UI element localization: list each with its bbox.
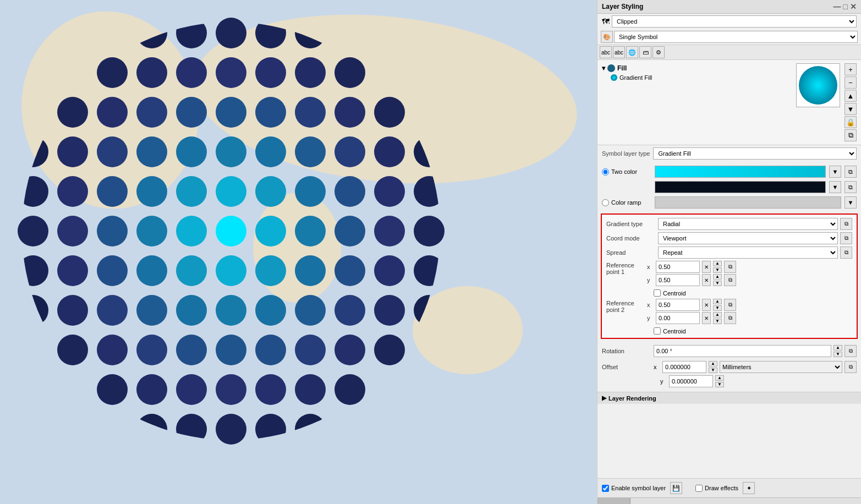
ref2-y-copy-btn[interactable]: ⧉ xyxy=(724,312,736,324)
ref2-y-input[interactable] xyxy=(656,312,700,324)
spread-copy-btn[interactable]: ⧉ xyxy=(840,246,852,259)
rotation-up[interactable]: ▲ xyxy=(833,345,842,350)
color-ramp-label: Color ramp xyxy=(611,199,641,206)
two-color-radio-label[interactable]: Two color xyxy=(602,168,651,176)
color2-copy-btn[interactable]: ⧉ xyxy=(844,181,857,193)
maximize-btn[interactable]: □ xyxy=(843,2,848,11)
offset-copy-btn[interactable]: ⧉ xyxy=(844,361,857,373)
symbol-tree-item-gradient[interactable]: Gradient Fill xyxy=(602,73,792,82)
offset-unit-select[interactable]: Millimeters Pixels Points Inches Map uni… xyxy=(720,361,842,373)
ref2-x-input[interactable] xyxy=(656,299,700,311)
ref2-x-spin: ▲ ▼ xyxy=(713,299,722,311)
abc-icon-1[interactable]: abc xyxy=(600,46,612,58)
layer-rendering-label: Layer Rendering xyxy=(608,395,656,402)
rotation-spin: ▲ ▼ xyxy=(833,345,842,357)
color-ramp-edit-btn[interactable]: ▼ xyxy=(844,196,857,209)
layer-type-row: Symbol layer type Gradient Fill xyxy=(597,145,861,162)
ref1-x-copy-btn[interactable]: ⧉ xyxy=(724,261,736,273)
two-color-radio[interactable] xyxy=(602,168,609,176)
ref1-y-down[interactable]: ▼ xyxy=(713,281,722,286)
rotation-row: Rotation ▲ ▼ ⧉ xyxy=(602,343,857,359)
ref2-y-clear-btn[interactable]: ✕ xyxy=(702,312,711,324)
renderer-select[interactable]: Single Symbol xyxy=(614,31,858,43)
color1-copy-btn[interactable]: ⧉ xyxy=(844,166,857,178)
draw-effects-label[interactable]: Draw effects xyxy=(695,485,738,492)
ref1-x-down[interactable]: ▼ xyxy=(713,267,722,273)
color-ramp-radio[interactable] xyxy=(602,199,609,206)
coord-mode-copy-btn[interactable]: ⧉ xyxy=(840,232,852,244)
rotation-label: Rotation xyxy=(602,348,651,354)
draw-effects-checkbox[interactable] xyxy=(695,485,703,492)
coord-mode-select[interactable]: Viewport Feature xyxy=(658,232,838,244)
lock-btn[interactable]: 🔒 xyxy=(844,116,857,128)
paint-btn[interactable]: 🎨 xyxy=(601,31,613,43)
ref2-y-down[interactable]: ▼ xyxy=(713,319,722,324)
abc-icon-2[interactable]: abc xyxy=(613,46,625,58)
rotation-down[interactable]: ▼ xyxy=(833,352,842,357)
ref1-y-clear-btn[interactable]: ✕ xyxy=(702,274,711,286)
ref2-x-down[interactable]: ▼ xyxy=(713,305,722,311)
close-btn[interactable]: ✕ xyxy=(850,2,857,11)
ref2-x-copy-btn[interactable]: ⧉ xyxy=(724,299,736,311)
offset-x-down[interactable]: ▼ xyxy=(709,368,717,373)
dot-canvas xyxy=(0,0,597,504)
color1-swatch[interactable] xyxy=(655,166,826,178)
duplicate-btn[interactable]: ⧉ xyxy=(844,129,857,141)
ref1-x-spin: ▲ ▼ xyxy=(713,261,722,273)
ref2-x-clear-btn[interactable]: ✕ xyxy=(702,299,711,311)
render-icon[interactable]: ⚙ xyxy=(652,46,665,58)
offset-x-input[interactable] xyxy=(662,361,706,373)
centroid1-label: Centroid xyxy=(663,290,686,297)
symbol-preview-box xyxy=(796,63,840,107)
layer-rendering-row[interactable]: ▶ Layer Rendering xyxy=(597,392,861,404)
layer-select[interactable]: Clipped xyxy=(612,15,857,28)
spread-select[interactable]: Repeat Pad Reflect xyxy=(658,246,838,259)
ref1-y-input[interactable] xyxy=(656,274,700,286)
footer-effects-btn[interactable]: ✦ xyxy=(743,482,755,494)
rotation-input[interactable] xyxy=(654,345,831,357)
ref1-x-clear-btn[interactable]: ✕ xyxy=(702,261,711,273)
ref-point1-label: Referencepoint 1 xyxy=(606,261,645,287)
enable-symbol-layer-text: Enable symbol layer xyxy=(611,485,666,491)
offset-x-up[interactable]: ▲ xyxy=(709,361,717,366)
two-color-label: Two color xyxy=(611,168,637,175)
remove-layer-btn[interactable]: − xyxy=(844,76,857,89)
centroid1-checkbox[interactable] xyxy=(654,289,661,297)
offset-y-down[interactable]: ▼ xyxy=(715,382,724,387)
minimize-btn[interactable]: — xyxy=(833,2,841,11)
ref2-y-up[interactable]: ▲ xyxy=(713,312,722,317)
globe-icon[interactable]: 🌐 xyxy=(626,46,638,58)
ref-point1-section: Referencepoint 1 x ✕ ▲ ▼ ⧉ y xyxy=(604,260,854,288)
add-layer-btn[interactable]: + xyxy=(844,63,857,75)
color2-swatch[interactable] xyxy=(655,181,826,193)
horizontal-scrollbar[interactable] xyxy=(597,497,861,504)
offset-y-input[interactable] xyxy=(669,375,713,387)
color2-edit-btn[interactable]: ▼ xyxy=(829,181,841,193)
rotation-copy-btn[interactable]: ⧉ xyxy=(844,345,857,357)
ref1-y-copy-btn[interactable]: ⧉ xyxy=(724,274,736,286)
ref2-x-up[interactable]: ▲ xyxy=(713,299,722,304)
color-ramp-swatch[interactable] xyxy=(655,196,841,209)
color1-edit-btn[interactable]: ▼ xyxy=(829,166,841,178)
enable-symbol-layer-label[interactable]: Enable symbol layer xyxy=(602,485,666,492)
ref1-y-up[interactable]: ▲ xyxy=(713,274,722,280)
offset-y-up[interactable]: ▲ xyxy=(715,375,724,381)
map-icon[interactable]: 🗃 xyxy=(639,46,651,58)
enable-symbol-layer-checkbox[interactable] xyxy=(602,485,609,492)
symbol-layer-type-select[interactable]: Gradient Fill xyxy=(653,147,857,160)
ref-point2-fields: x ✕ ▲ ▼ ⧉ y ✕ ▲ xyxy=(647,299,852,325)
ref1-x-input[interactable] xyxy=(656,261,700,273)
centroid2-checkbox[interactable] xyxy=(654,327,661,335)
color-section: Two color ▼ ⧉ ▼ ⧉ Color ramp ▼ xyxy=(597,162,861,211)
ref1-x-label: x xyxy=(647,264,654,270)
move-up-btn[interactable]: ▲ xyxy=(844,90,857,102)
gradient-type-copy-btn[interactable]: ⧉ xyxy=(840,218,852,230)
footer-save-btn[interactable]: 💾 xyxy=(670,482,682,494)
renderer-toolbar: 🎨 Single Symbol xyxy=(597,29,861,45)
color-ramp-radio-label[interactable]: Color ramp xyxy=(602,199,651,206)
ref1-x-up[interactable]: ▲ xyxy=(713,261,722,266)
ref1-x-row: x ✕ ▲ ▼ ⧉ xyxy=(647,261,852,273)
move-down-btn[interactable]: ▼ xyxy=(844,103,857,115)
symbol-tree: ▾ Fill Gradient Fill xyxy=(602,63,792,141)
gradient-type-select[interactable]: Radial Linear Conical Square xyxy=(658,218,838,230)
